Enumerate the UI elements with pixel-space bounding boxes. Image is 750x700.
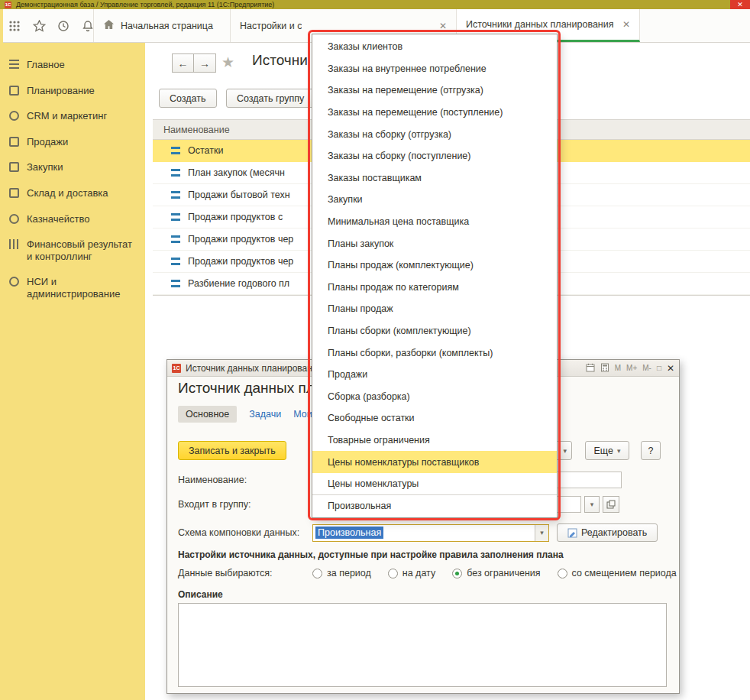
tab-my[interactable]: Мои [293,409,312,420]
tab-main[interactable]: Основное [178,406,237,423]
treasury-icon [9,214,19,224]
dropdown-item[interactable]: Закупки [312,189,557,211]
sidebar-item-purchases[interactable]: Закупки [0,154,145,180]
dropdown-item[interactable]: Планы продаж [312,298,557,320]
tab-home-label: Начальная страница [121,21,213,31]
radio-period-shift[interactable]: со смещением периода [558,568,677,578]
scheme-dropdown-list: Заказы клиентов Заказы на внутреннее пот… [312,34,558,518]
dropdown-item[interactable]: Заказы на внутреннее потребление [312,58,557,80]
data-source-icon [171,169,180,177]
1c-logo-icon: 1С [5,2,11,8]
radio-for-period[interactable]: за период [312,568,371,578]
row-label: Разбиение годового пл [188,278,289,289]
page-title: Источни [252,52,308,69]
warehouse-icon [9,188,19,198]
scale-m-button[interactable]: M [615,364,621,372]
tab-home[interactable]: Начальная страница [93,9,231,42]
scale-m-minus-button[interactable]: M- [642,364,651,372]
dropdown-item[interactable]: Заказы на сборку (поступление) [312,145,557,167]
sidebar-item-nsi[interactable]: НСИ и администрирование [0,269,145,306]
group-open-button[interactable] [603,496,619,513]
forward-button[interactable]: → [194,53,216,73]
dialog-close-icon[interactable]: ✕ [667,363,674,374]
menu-grid-icon[interactable] [8,19,21,33]
dropdown-item[interactable]: Заказы на перемещение (поступление) [312,102,557,124]
dropdown-item[interactable]: Заказы поставщикам [312,167,557,190]
calculator-icon[interactable] [600,363,609,374]
sidebar-item-finance[interactable]: Финансовый результат и контроллинг [0,232,145,269]
hamburger-icon [9,60,19,70]
dropdown-item[interactable]: Планы сборки (комплектующие) [312,320,557,342]
dropdown-item[interactable]: Минимальная цена поставщика [312,211,557,233]
sales-icon [9,137,19,147]
group-dropdown-button[interactable]: ▾ [584,496,600,513]
row-label: Продажи продуктов чер [188,256,293,267]
tab-tasks[interactable]: Задачи [249,409,281,420]
sidebar-item-warehouse[interactable]: Склад и доставка [0,180,145,206]
dropdown-item[interactable]: Свободные остатки [312,407,557,429]
create-button[interactable]: Создать [159,89,217,108]
dropdown-item-highlighted[interactable]: Цены номенклатуры поставщиков [312,451,557,473]
sidebar-item-treasury[interactable]: Казначейство [0,206,145,232]
scheme-combobox[interactable]: Произвольная ▾ [312,524,549,542]
dropdown-item[interactable]: Заказы на сборку (отгрузка) [312,123,557,145]
radio-icon[interactable] [452,569,462,578]
tab-planning-close-icon[interactable]: ✕ [622,19,630,30]
tab-settings-close-icon[interactable]: ✕ [439,21,447,31]
radio-icon[interactable] [558,569,567,578]
radio-no-limit[interactable]: без ограничения [452,568,540,578]
history-icon[interactable] [57,19,70,33]
dropdown-item[interactable]: Товарные ограничения [312,429,557,452]
dropdown-item[interactable]: Цены номенклатуры [312,473,557,495]
home-icon [103,19,115,32]
sidebar-edge [0,9,3,43]
edit-scheme-button[interactable]: Редактировать [557,523,658,542]
radio-label: на дату [402,568,435,578]
description-textarea[interactable] [178,603,667,687]
row-label: Продажи бытовой техн [188,190,290,200]
save-and-close-button[interactable]: Записать и закрыть [178,441,286,460]
sidebar-label: Финансовый результат и контроллинг [27,238,137,262]
maximize-icon[interactable]: □ [657,364,661,372]
planning-icon [9,86,19,96]
dropdown-item[interactable]: Заказы клиентов [312,36,557,58]
row-label: Продажи продуктов чер [188,234,293,245]
dropdown-item[interactable]: Планы закупок [312,232,557,254]
dropdown-item[interactable]: Планы продаж (комплектующие) [312,254,557,277]
dropdown-item[interactable]: Планы сборки, разборки (комплекты) [312,342,557,364]
sidebar-label: Продажи [27,136,68,148]
sidebar-item-main[interactable]: Главное [0,52,145,78]
data-select-label: Данные выбираются: [178,568,312,578]
window-close-button[interactable]: ✕ [730,0,750,9]
dropdown-item[interactable]: Заказы на перемещение (отгрузка) [312,79,557,102]
radio-icon[interactable] [388,569,398,578]
app-window: 1С Демонстрационная база / Управление то… [0,0,750,700]
dropdown-item[interactable]: Сборка (разборка) [312,386,557,408]
calendar-icon[interactable] [586,363,595,374]
sidebar-label: Закупки [27,161,63,173]
radio-icon[interactable] [312,569,322,578]
sidebar-item-sales[interactable]: Продажи [0,129,145,155]
data-source-icon [171,258,180,265]
favorite-toggle-star-icon[interactable]: ★ [221,53,234,71]
group-field-label: Входит в группу: [178,499,312,510]
more-button[interactable]: Еще▾ [585,441,629,460]
help-button[interactable]: ? [641,441,661,460]
sidebar-item-crm[interactable]: CRM и маркетинг [0,103,145,129]
dropdown-item[interactable]: Планы продаж по категориям [312,277,557,299]
radio-label: за период [327,568,371,578]
favorites-star-icon[interactable] [32,19,46,33]
scheme-dropdown-button[interactable]: ▾ [535,525,548,541]
radio-label: без ограничения [467,568,540,578]
sidebar-item-planning[interactable]: Планирование [0,78,145,104]
period-radio-group: за период на дату без ограничения со сме… [312,568,677,578]
dialog-heading: Источник данных пл [178,380,315,397]
dropdown-item[interactable]: Произвольная [312,494,557,517]
edit-icon [567,528,577,538]
back-button[interactable]: ← [172,53,194,73]
scale-m-plus-button[interactable]: M+ [626,364,637,372]
radio-on-date[interactable]: на дату [388,568,435,578]
sidebar-label: НСИ и администрирование [27,276,137,300]
purchases-icon [9,162,19,172]
dropdown-item[interactable]: Продажи [312,364,557,386]
